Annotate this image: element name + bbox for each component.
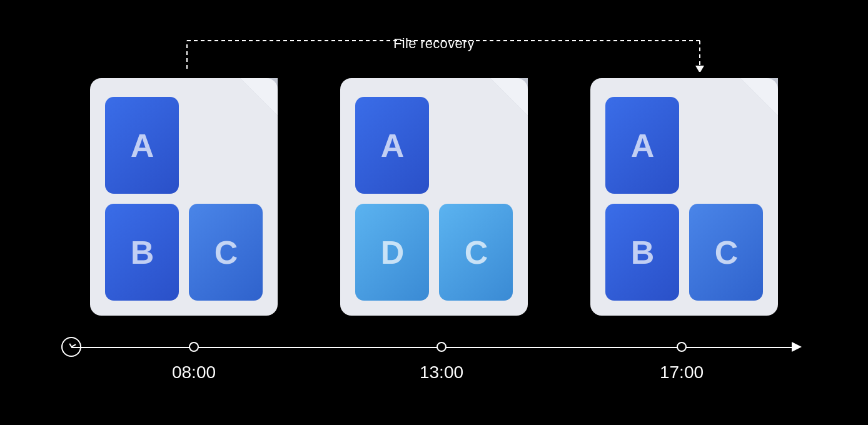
timeline-label-2: 13:00 <box>420 362 463 382</box>
timeline-dot-3 <box>677 342 687 352</box>
file-card-1: A B C <box>90 78 278 316</box>
timeline-line <box>71 347 797 348</box>
timeline-dot-2 <box>437 342 447 352</box>
tile-C-2: C <box>439 204 513 301</box>
tile-B-1: B <box>105 204 179 301</box>
file-card-2: A D C <box>340 78 528 316</box>
timeline-arrow-icon <box>792 342 802 352</box>
files-row: A B C A D C A B C <box>90 78 778 316</box>
recovery-annotation: File recovery <box>90 34 778 72</box>
tile-empty-1 <box>189 97 263 194</box>
bracket-svg <box>90 34 778 72</box>
timeline-section: 08:00 13:00 17:00 <box>59 334 809 397</box>
svg-marker-3 <box>695 66 704 72</box>
timeline-label-1: 08:00 <box>172 362 216 382</box>
tile-B-3: B <box>605 204 679 301</box>
timeline-label-3: 17:00 <box>660 362 704 382</box>
tile-empty-2 <box>439 97 513 194</box>
timeline-dot-1 <box>189 342 199 352</box>
tile-empty-3 <box>689 97 763 194</box>
tile-C-3: C <box>689 204 763 301</box>
tile-A-2: A <box>355 97 429 194</box>
tile-D-2: D <box>355 204 429 301</box>
tile-A-1: A <box>105 97 179 194</box>
main-container: File recovery A B C A D C <box>0 28 868 397</box>
file-card-3: A B C <box>590 78 778 316</box>
tile-A-3: A <box>605 97 679 194</box>
tile-C-1: C <box>189 204 263 301</box>
